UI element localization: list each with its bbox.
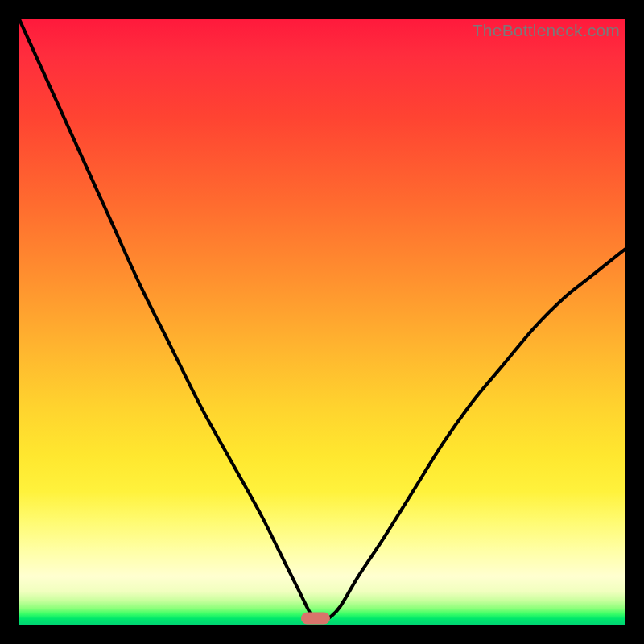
chart-frame: TheBottleneck.com bbox=[0, 0, 644, 644]
bottleneck-curve bbox=[19, 19, 625, 625]
plot-area: TheBottleneck.com bbox=[19, 19, 625, 625]
optimum-marker bbox=[301, 613, 330, 625]
